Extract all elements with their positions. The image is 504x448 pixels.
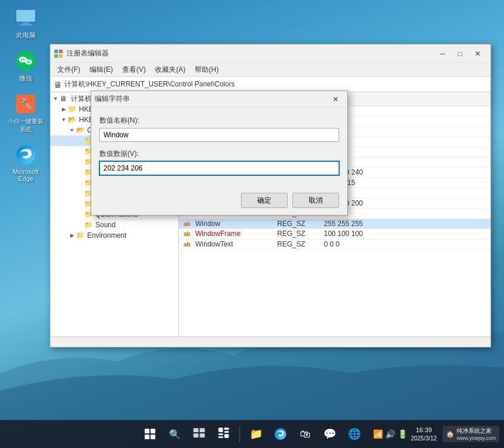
confirm-button[interactable]: 确定 (241, 193, 288, 208)
svg-rect-20 (194, 433, 199, 437)
store-icon: 🛍 (300, 428, 310, 440)
tree-expand-powercfg (76, 200, 84, 208)
tree-expand-keyboard (76, 168, 84, 176)
data-field-label: 数值数据(V): (99, 149, 339, 159)
menu-edit[interactable]: 编辑(E) (85, 64, 118, 76)
svg-rect-26 (219, 436, 223, 438)
battery-icon: 🔋 (398, 429, 408, 439)
cancel-button[interactable]: 取消 (292, 193, 339, 208)
reg-icon: ab (184, 220, 193, 228)
explorer-button[interactable]: 📁 (245, 423, 267, 445)
close-button[interactable]: ✕ (470, 48, 486, 60)
time-display: 16:39 (411, 426, 437, 434)
wechat-taskbar-button[interactable]: 💬 (319, 423, 341, 445)
store-button[interactable]: 🛍 (294, 423, 316, 445)
tree-root-label: 计算机 (71, 94, 92, 104)
svg-rect-22 (219, 428, 223, 432)
dialog-body: 数值名称(N): 数值数据(V): (91, 107, 347, 188)
brand-text: 纯净系统之家 www.ycwjsy.com (457, 427, 496, 441)
widgets-icon (218, 427, 230, 442)
desktop-icon-wechat[interactable]: 微信 (8, 49, 43, 83)
desktop-icon-installer[interactable]: 🔧 小白一键重装系统 (8, 92, 43, 134)
edge-icon (14, 143, 37, 166)
network-icon: 📶 (373, 429, 383, 439)
tree-expand-inputmethod (76, 147, 84, 155)
menu-help[interactable]: 帮助(H) (190, 64, 223, 76)
menu-favorites[interactable]: 收藏夹(A) (150, 64, 190, 76)
edge-label: Microsoft Edge (8, 168, 43, 182)
svg-rect-23 (225, 428, 229, 430)
reg-icon: ab (184, 240, 193, 248)
folder-icon-classes: 📁 (68, 105, 77, 113)
folder-icon-currentuser: 📂 (68, 116, 77, 124)
wechat-taskbar-icon: 💬 (323, 428, 336, 440)
window-controls: ─ □ ✕ (434, 48, 486, 60)
window-title-area: 注册表编辑器 (54, 48, 109, 58)
explorer-icon: 📁 (250, 428, 263, 440)
dialog-close-button[interactable]: ✕ (327, 93, 344, 105)
taskbar-separator (240, 426, 240, 442)
computer-icon: 🖥 (60, 95, 69, 103)
start-icon (145, 429, 156, 439)
desktop: 此电脑 微信 🔧 (0, 0, 504, 448)
start-button[interactable] (139, 423, 161, 445)
svg-point-7 (23, 59, 25, 61)
svg-rect-18 (194, 428, 199, 432)
window-title: 注册表编辑器 (67, 48, 109, 58)
svg-rect-17 (59, 54, 63, 58)
maximize-button[interactable]: □ (452, 48, 468, 60)
table-row-window[interactable]: abWindow REG_SZ 255 255 255 (179, 218, 491, 229)
table-row-windowtext[interactable]: abWindowText REG_SZ 0 0 0 (179, 239, 491, 249)
pc-icon (14, 6, 37, 29)
taskbar-right: 📶 🔊 🔋 16:39 2025/3/12 🏠 纯净系统之家 www.ycwjs… (373, 426, 499, 442)
table-row-windowframe[interactable]: abWindowFrame REG_SZ 100 100 100 (179, 229, 491, 239)
svg-rect-25 (219, 433, 223, 435)
svg-rect-15 (59, 50, 63, 53)
search-icon: 🔍 (169, 429, 181, 440)
tree-expand-personalization (76, 189, 84, 197)
edge-taskbar-icon (274, 428, 287, 440)
wechat-icon (14, 49, 37, 72)
taskview-button[interactable] (188, 423, 210, 445)
svg-point-6 (21, 59, 23, 61)
svg-rect-21 (200, 433, 205, 437)
taskbar-center: 🔍 (139, 423, 365, 445)
data-field-input[interactable] (99, 161, 339, 175)
folder-icon-environment: 📁 (76, 231, 85, 239)
tree-expand-currentuser: ▼ (60, 116, 68, 124)
window-menubar: 文件(F) 编辑(E) 查看(V) 收藏夹(A) 帮助(H) (50, 63, 491, 77)
tree-label-environment: Environment (87, 231, 126, 239)
menu-view[interactable]: 查看(V) (118, 64, 150, 76)
tree-expand-environment: ▶ (68, 231, 76, 239)
widgets-button[interactable] (213, 423, 235, 445)
svg-rect-27 (225, 434, 229, 438)
minimize-button[interactable]: ─ (434, 48, 451, 60)
svg-rect-2 (19, 24, 32, 26)
name-field-input[interactable] (99, 128, 339, 142)
svg-rect-24 (225, 431, 229, 433)
tree-item-sound[interactable]: 📁 Sound (50, 220, 178, 230)
installer-label: 小白一键重装系统 (8, 117, 43, 134)
date-display: 2025/3/12 (411, 435, 437, 442)
edge-taskbar-button[interactable] (270, 423, 292, 445)
folder-icon-sound: 📁 (84, 221, 94, 229)
desktop-icon-edge[interactable]: Microsoft Edge (8, 143, 43, 182)
reg-icon: ab (184, 230, 193, 238)
dialog-title: 编辑字符串 (95, 94, 130, 104)
folder-icon-controlpanel: 📂 (76, 126, 85, 134)
browser-button[interactable]: 🌐 (343, 423, 365, 445)
pc-label: 此电脑 (16, 31, 36, 40)
tree-label-sound: Sound (95, 221, 116, 229)
tree-item-environment[interactable]: ▶ 📁 Environment (50, 230, 178, 241)
menu-file[interactable]: 文件(F) (53, 64, 85, 76)
tree-expand-intl (76, 158, 84, 166)
tree-expand-sound (76, 221, 84, 229)
name-field-label: 数值名称(N): (99, 116, 339, 126)
desktop-icon-pc[interactable]: 此电脑 (8, 6, 43, 40)
system-tray: 📶 🔊 🔋 (373, 429, 408, 439)
dialog-buttons: 确定 取消 (91, 188, 347, 215)
address-icon: 🖥 (54, 80, 62, 89)
search-button[interactable]: 🔍 (164, 423, 186, 445)
tree-expand-controlpanel: ▼ (68, 126, 76, 134)
clock[interactable]: 16:39 2025/3/12 (411, 426, 437, 442)
